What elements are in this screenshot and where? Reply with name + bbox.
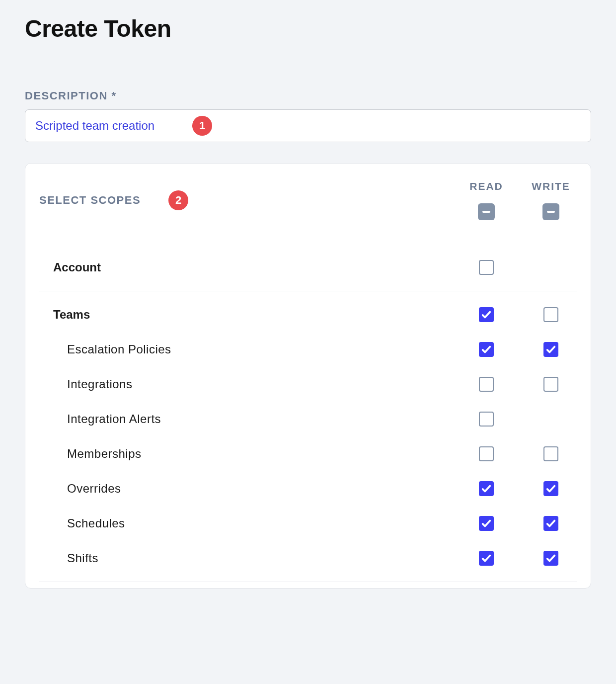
page-title: Create Token [25,15,591,42]
scope-account-read-checkbox-cell [461,260,512,275]
scope-escalation-policies-write-checkbox[interactable] [543,342,558,357]
scope-escalation-policies-read-checkbox[interactable] [479,342,494,357]
scope-label: Shifts [39,551,461,565]
scope-label: Escalation Policies [39,342,461,356]
scope-body: AccountTeamsEscalation PoliciesIntegrati… [39,250,577,582]
select-scopes-label: SELECT SCOPES [39,194,141,207]
scope-shifts-write-checkbox[interactable] [543,551,558,566]
scope-integrations-read-checkbox[interactable] [479,377,494,392]
scope-memberships-write-checkbox-cell [525,446,577,461]
scope-escalation-policies-write-checkbox-cell [525,342,577,357]
scope-overrides-write-checkbox-cell [525,481,577,496]
scope-row-shifts: Shifts [39,541,577,576]
scope-memberships-read-checkbox[interactable] [479,446,494,461]
scope-memberships-write-checkbox[interactable] [543,446,558,461]
scope-row-schedules: Schedules [39,506,577,541]
scope-label: Account [39,260,461,274]
scope-section-account: Account [39,250,577,291]
scope-integration-alerts-read-checkbox[interactable] [479,412,494,427]
scope-row-account: Account [39,250,577,285]
write-column-title: WRITE [532,180,570,192]
description-input-wrap: 1 [25,109,591,142]
scope-account-read-checkbox[interactable] [479,260,494,275]
write-select-all-checkbox[interactable] [542,203,559,220]
description-input[interactable] [25,109,591,142]
scope-row-memberships: Memberships [39,436,577,471]
scope-label: Schedules [39,516,461,530]
scope-label: Overrides [39,482,461,496]
scope-schedules-write-checkbox[interactable] [543,516,558,531]
scope-row-integration-alerts: Integration Alerts [39,402,577,436]
scope-row-teams: Teams [39,297,577,332]
scope-teams-read-checkbox[interactable] [479,307,494,322]
scope-memberships-read-checkbox-cell [461,446,512,461]
scope-row-overrides: Overrides [39,471,577,506]
scope-escalation-policies-read-checkbox-cell [461,342,512,357]
scopes-header: SELECT SCOPES 2 READ WRITE [39,180,577,220]
scope-schedules-read-checkbox[interactable] [479,516,494,531]
scope-schedules-write-checkbox-cell [525,516,577,531]
scope-teams-write-checkbox-cell [525,307,577,322]
scope-shifts-write-checkbox-cell [525,551,577,566]
scopes-panel: SELECT SCOPES 2 READ WRITE AccountTeamsE… [25,163,591,589]
annotation-badge-2: 2 [168,190,188,210]
scope-teams-write-checkbox[interactable] [543,307,558,322]
scope-overrides-read-checkbox[interactable] [479,481,494,496]
read-select-all-checkbox[interactable] [478,203,495,220]
scope-shifts-read-checkbox-cell [461,551,512,566]
scope-shifts-read-checkbox[interactable] [479,551,494,566]
read-column-header: READ [461,180,512,220]
scope-overrides-write-checkbox[interactable] [543,481,558,496]
scope-row-integrations: Integrations [39,367,577,402]
scope-section-teams: TeamsEscalation PoliciesIntegrationsInte… [39,297,577,582]
write-column-header: WRITE [525,180,577,220]
read-column-title: READ [469,180,503,192]
scope-teams-read-checkbox-cell [461,307,512,322]
scope-label: Teams [39,308,461,322]
scope-integrations-write-checkbox-cell [525,377,577,392]
description-label: DESCRIPTION * [25,89,591,102]
scope-schedules-read-checkbox-cell [461,516,512,531]
scope-integrations-read-checkbox-cell [461,377,512,392]
scope-label: Integration Alerts [39,412,461,426]
scope-overrides-read-checkbox-cell [461,481,512,496]
scope-integration-alerts-read-checkbox-cell [461,412,512,427]
scope-label: Memberships [39,447,461,461]
scope-label: Integrations [39,377,461,391]
scope-row-escalation-policies: Escalation Policies [39,332,577,367]
scope-integrations-write-checkbox[interactable] [543,377,558,392]
